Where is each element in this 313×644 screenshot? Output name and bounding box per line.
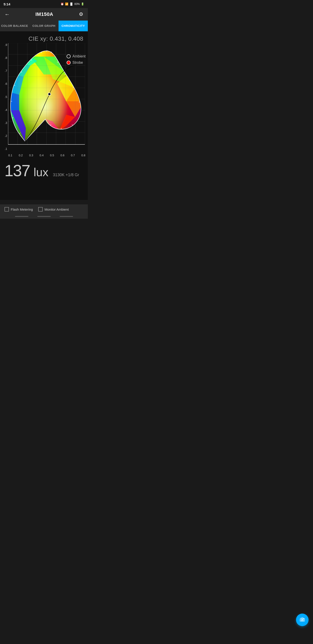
y-label-07: .7 xyxy=(5,69,7,72)
tab-chromaticity[interactable]: CHROMATICITY xyxy=(58,20,88,31)
x-label-08: 0.8 xyxy=(81,154,85,157)
y-label-08: .8 xyxy=(5,56,7,60)
scroll-indicator-3 xyxy=(60,216,73,217)
scroll-indicator-1 xyxy=(15,216,28,217)
flash-metering-label: Flash Metering xyxy=(11,208,33,211)
monitor-ambient-check[interactable]: Monitor Ambient xyxy=(38,207,69,212)
x-label-02: 0.2 xyxy=(19,154,23,157)
legend-ambient: Ambient xyxy=(67,54,86,58)
y-label-01: .1 xyxy=(5,147,7,150)
y-label-04: .4 xyxy=(5,108,7,112)
status-icons: ⏰ 📶 ▐▌ 83% 🔋 xyxy=(60,2,84,6)
status-time: 5:14 xyxy=(3,2,10,6)
signal-icon: ▐▌ xyxy=(69,2,73,6)
chart-area: .9 .8 .7 .6 .5 .4 .3 .2 .1 xyxy=(0,43,88,157)
flash-metering-check[interactable]: Flash Metering xyxy=(4,207,33,212)
strobe-label: Strobe xyxy=(72,60,83,64)
legend: Ambient Strobe xyxy=(67,54,86,64)
y-label-09: .9 xyxy=(5,43,7,46)
svg-point-77 xyxy=(49,94,50,95)
x-label-06: 0.6 xyxy=(60,154,64,157)
ambient-dot xyxy=(67,54,71,58)
flash-metering-checkbox[interactable] xyxy=(4,207,9,212)
legend-strobe: Strobe xyxy=(67,60,86,64)
top-bar: ← IM150A ⚙ xyxy=(0,8,88,20)
page-title: IM150A xyxy=(35,12,53,17)
battery-icon: 🔋 xyxy=(81,2,84,6)
lux-display: 137 lux 3130K +1/8 Gr xyxy=(4,162,83,180)
color-temp: 3130K +1/8 Gr xyxy=(53,173,79,177)
battery-text: 83% xyxy=(74,2,80,6)
ambient-label: Ambient xyxy=(72,54,86,58)
tab-bar: COLOR BALANCE COLOR GRAPH CHROMATICITY xyxy=(0,20,88,31)
strobe-dot xyxy=(67,60,71,64)
settings-button[interactable]: ⚙ xyxy=(78,10,84,18)
scroll-indicator-2 xyxy=(37,216,51,217)
cie-label: CIE xy: 0.431, 0.408 xyxy=(0,35,88,42)
x-label-03: 0.3 xyxy=(29,154,33,157)
x-label-05: 0.5 xyxy=(50,154,54,157)
x-label-07: 0.7 xyxy=(71,154,75,157)
back-button[interactable]: ← xyxy=(3,10,11,18)
wifi-icon: 📶 xyxy=(65,2,68,6)
x-axis: 0.1 0.2 0.3 0.4 0.5 0.6 0.7 0.8 xyxy=(8,153,85,157)
tab-color-graph[interactable]: COLOR GRAPH xyxy=(29,20,58,31)
lux-value: 137 xyxy=(4,162,30,180)
y-label-06: .6 xyxy=(5,82,7,86)
tab-color-balance[interactable]: COLOR BALANCE xyxy=(0,20,29,31)
monitor-ambient-checkbox[interactable] xyxy=(38,207,43,212)
y-label-02: .2 xyxy=(5,134,7,138)
x-label-04: 0.4 xyxy=(39,154,43,157)
status-bar: 5:14 ⏰ 📶 ▐▌ 83% 🔋 xyxy=(0,0,88,8)
y-label-03: .3 xyxy=(5,121,7,124)
alarm-icon: ⏰ xyxy=(60,2,64,6)
y-axis: .9 .8 .7 .6 .5 .4 .3 .2 .1 xyxy=(0,43,8,150)
spacer xyxy=(0,182,88,200)
bottom-bar: Flash Metering Monitor Ambient xyxy=(0,204,88,214)
scroll-area xyxy=(0,214,88,219)
x-label-01: 0.1 xyxy=(8,154,12,157)
main-content: CIE xy: 0.431, 0.408 .9 .8 .7 .6 .5 .4 .… xyxy=(0,31,88,200)
lux-section: 137 lux 3130K +1/8 Gr xyxy=(0,157,88,182)
y-label-05: .5 xyxy=(5,95,7,98)
monitor-ambient-label: Monitor Ambient xyxy=(44,208,69,211)
bottom-checks: Flash Metering Monitor Ambient xyxy=(4,207,69,212)
lux-unit: lux xyxy=(33,166,48,179)
